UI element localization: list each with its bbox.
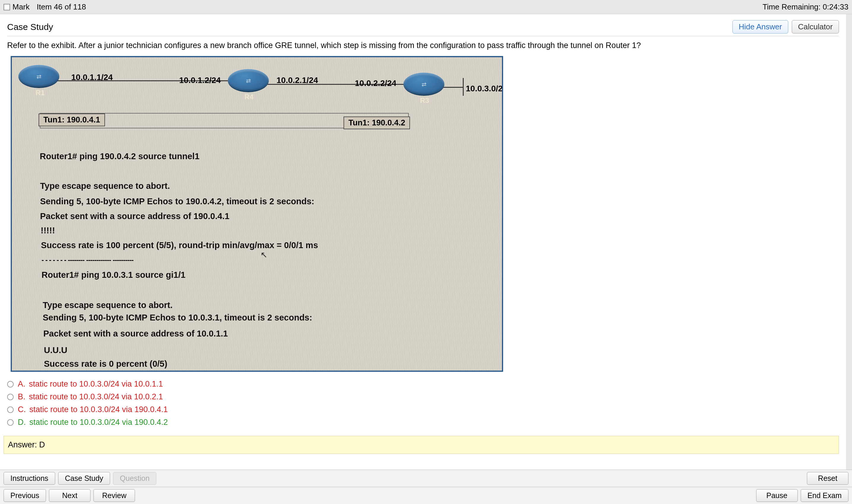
router-r1-label: R1	[36, 89, 45, 97]
item-counter: Item 46 of 118	[37, 2, 86, 12]
term2-line-2: Type escape sequence to abort.	[43, 300, 173, 310]
topology-diagram: ⇄ R1 ⇄ R4 ⇄ R3 10.0.1.1/24 10.0.1.2/24 1…	[12, 57, 502, 123]
mark-label: Mark	[13, 2, 30, 12]
router-r4-icon: ⇄	[228, 69, 269, 92]
term-line-2: Type escape sequence to abort.	[40, 181, 170, 191]
answer-letter: B.	[18, 392, 25, 401]
ip-r4-left: 10.0.1.2/24	[179, 76, 221, 85]
router-arrows-icon: ⇄	[228, 70, 269, 91]
time-remaining: Time Remaining: 0:24:33	[762, 2, 849, 12]
answer-d[interactable]: D. static route to 10.0.3.0/24 via 190.0…	[7, 416, 846, 429]
answer-letter: C.	[18, 405, 26, 414]
ip-r1-right: 10.0.1.1/24	[71, 73, 113, 82]
review-button[interactable]: Review	[93, 489, 135, 502]
radio-icon[interactable]	[7, 381, 14, 388]
answer-c[interactable]: C. static route to 10.0.3.0/24 via 190.0…	[7, 403, 846, 416]
cursor-icon: ↖	[260, 250, 267, 260]
top-bar: Mark Item 46 of 118 Time Remaining: 0:24…	[0, 0, 852, 14]
term-line-0: Router1# ping 190.0.4.2 source tunnel1	[40, 151, 199, 161]
term2-line-4: Packet sent with a source address of 10.…	[43, 329, 228, 339]
tunnel-right-label: Tun1: 190.0.4.2	[344, 116, 410, 129]
hide-answer-button[interactable]: Hide Answer	[732, 20, 788, 34]
next-button[interactable]: Next	[49, 489, 90, 502]
term-line-3: Sending 5, 100-byte ICMP Echos to 190.0.…	[40, 197, 314, 206]
answer-a[interactable]: A. static route to 10.0.3.0/24 via 10.0.…	[7, 378, 846, 391]
answer-box: Answer: D	[3, 436, 839, 454]
instructions-button[interactable]: Instructions	[3, 472, 55, 485]
radio-icon[interactable]	[7, 419, 14, 426]
answer-text: static route to 10.0.3.0/24 via 190.0.4.…	[29, 418, 168, 427]
router-arrows-icon: ⇄	[18, 66, 59, 87]
answer-letter: D.	[18, 418, 26, 427]
answer-b[interactable]: B. static route to 10.0.3.0/24 via 10.0.…	[7, 391, 846, 403]
ip-r3-left: 10.0.2.2/24	[355, 78, 396, 88]
ip-r3-right: 10.0.3.0/24	[466, 84, 503, 93]
tunnel-row: Tun1: 190.0.4.1 Tun1: 190.0.4.2	[40, 113, 409, 128]
router-r3-label: R3	[420, 96, 429, 105]
content-area: Case Study Hide Answer Calculator Refer …	[0, 14, 852, 470]
bottom-left-buttons-2: Previous Next Review	[3, 489, 135, 502]
tunnel-left-label: Tun1: 190.0.4.1	[38, 113, 105, 126]
router-r3-icon: ⇄	[403, 73, 445, 96]
term-line-5: !!!!!	[41, 226, 55, 235]
router-r4-label: R4	[244, 93, 254, 101]
term-line-6: Success rate is 100 percent (5/5), round…	[41, 240, 318, 250]
header-buttons: Hide Answer Calculator	[732, 20, 839, 34]
pause-button[interactable]: Pause	[756, 489, 798, 502]
answer-letter: A.	[18, 379, 25, 389]
bottom-bar-2: Previous Next Review Pause End Exam	[0, 487, 852, 504]
term2-line-6: Success rate is 0 percent (0/5)	[44, 359, 167, 369]
radio-icon[interactable]	[7, 407, 14, 413]
term2-line-3: Sending 5, 100-byte ICMP Echos to 10.0.3…	[43, 313, 312, 323]
term-line-4: Packet sent with a source address of 190…	[40, 211, 229, 221]
link-r3-lan	[443, 87, 463, 88]
question-button: Question	[113, 472, 156, 485]
mark-group[interactable]: Mark	[3, 2, 30, 12]
router-r1-icon: ⇄	[18, 65, 59, 88]
answer-text: static route to 10.0.3.0/24 via 10.0.2.1	[29, 392, 163, 401]
lan-segment	[463, 78, 464, 96]
bottom-right-buttons-2: Pause End Exam	[756, 489, 849, 502]
radio-icon[interactable]	[7, 394, 14, 400]
top-bar-left: Mark Item 46 of 118	[3, 2, 86, 12]
ip-r4-right: 10.0.2.1/24	[277, 76, 318, 85]
reset-button[interactable]: Reset	[807, 472, 849, 485]
router-arrows-icon: ⇄	[403, 73, 445, 95]
previous-button[interactable]: Previous	[3, 489, 46, 502]
term2-line-5: U.U.U	[44, 345, 67, 355]
term2-line-0: Router1# ping 10.0.3.1 source gi1/1	[41, 270, 186, 280]
answer-choices: A. static route to 10.0.3.0/24 via 10.0.…	[0, 372, 846, 432]
calculator-button[interactable]: Calculator	[792, 20, 839, 34]
answer-text: static route to 10.0.3.0/24 via 190.0.4.…	[29, 405, 168, 414]
bottom-right-buttons-1: Reset	[807, 472, 849, 485]
mark-checkbox[interactable]	[3, 4, 10, 11]
exhibit-image: ⇄ R1 ⇄ R4 ⇄ R3 10.0.1.1/24 10.0.1.2/24 1…	[11, 56, 503, 372]
case-study-button[interactable]: Case Study	[58, 472, 110, 485]
question-text: Refer to the exhibit. After a junior tec…	[0, 36, 846, 56]
dashes: - - - - - - - -------- ------------ ----…	[41, 256, 134, 264]
end-exam-button[interactable]: End Exam	[801, 489, 849, 502]
bottom-left-buttons-1: Instructions Case Study Question	[3, 472, 156, 485]
answer-text: static route to 10.0.3.0/24 via 10.0.1.1	[29, 379, 163, 389]
page-title: Case Study	[7, 22, 53, 32]
header-row: Case Study Hide Answer Calculator	[0, 14, 846, 36]
bottom-bar-1: Instructions Case Study Question Reset	[0, 470, 852, 487]
